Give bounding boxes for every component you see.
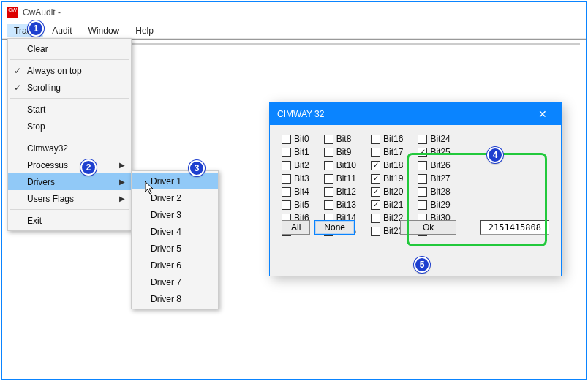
ok-button[interactable]: Ok — [400, 220, 456, 235]
checkbox[interactable] — [418, 148, 427, 157]
menu-item-label: Driver 1 — [151, 176, 181, 186]
trace-menu-popup: Clear ✓Always on top ✓Scrolling Start St… — [7, 38, 132, 231]
checkbox[interactable] — [418, 174, 427, 184]
checkbox[interactable] — [282, 135, 291, 144]
menu-item-drivers[interactable]: Drivers ▶ Driver 1Driver 2Driver 3Driver… — [8, 173, 131, 190]
menu-item-scrolling[interactable]: ✓Scrolling — [8, 79, 131, 96]
bit-label: Bit10 — [336, 160, 356, 170]
bit-label: Bit25 — [430, 147, 450, 157]
checkbox[interactable] — [324, 148, 333, 157]
drivers-submenu-item[interactable]: Driver 8 — [132, 290, 218, 307]
bit-label: Bit21 — [383, 200, 403, 210]
bit-label: Bit27 — [430, 173, 450, 184]
drivers-submenu-item[interactable]: Driver 4 — [132, 223, 218, 240]
bit-checkbox-row[interactable]: Bit10 — [324, 160, 356, 170]
menu-item-label: Clear — [27, 44, 48, 54]
menu-item-cimway32[interactable]: Cimway32 — [8, 140, 131, 156]
checkbox[interactable] — [324, 187, 333, 197]
bit-label: Bit17 — [383, 147, 403, 157]
drivers-submenu-item[interactable]: Driver 3 — [132, 206, 218, 223]
drivers-submenu-item[interactable]: Driver 2 — [132, 189, 218, 206]
menu-item-stop[interactable]: Stop — [8, 118, 131, 135]
checkbox[interactable] — [371, 187, 380, 197]
bit-checkbox-row[interactable]: Bit11 — [324, 173, 356, 184]
checkbox[interactable] — [282, 187, 291, 197]
menu-item-clear[interactable]: Clear — [8, 40, 131, 57]
bit-checkbox-row[interactable]: Bit1 — [282, 147, 309, 157]
none-button[interactable]: None — [314, 220, 355, 235]
checkbox[interactable] — [282, 200, 291, 210]
checkbox[interactable] — [282, 161, 291, 170]
bit-checkbox-row[interactable]: Bit29 — [418, 200, 450, 210]
drivers-submenu-popup: Driver 1Driver 2Driver 3Driver 4Driver 5… — [131, 170, 219, 309]
dialog-titlebar[interactable]: CIMWAY 32 ✕ — [270, 103, 561, 125]
checkbox[interactable] — [418, 135, 427, 144]
bit-checkbox-row[interactable]: Bit3 — [282, 173, 309, 184]
checkbox[interactable] — [324, 200, 333, 210]
all-button[interactable]: All — [282, 220, 310, 235]
checkbox[interactable] — [324, 135, 333, 144]
step-badge-4: 4 — [487, 147, 503, 163]
menu-item-label: Scrolling — [27, 83, 61, 93]
bit-checkbox-row[interactable]: Bit2 — [282, 160, 309, 170]
bit-checkbox-row[interactable]: Bit9 — [324, 147, 356, 157]
bit-checkbox-row[interactable]: Bit5 — [282, 200, 309, 210]
menu-item-label: Driver 3 — [151, 210, 181, 220]
bit-checkbox-row[interactable]: Bit27 — [418, 173, 450, 184]
close-icon[interactable]: ✕ — [532, 108, 554, 120]
step-badge-1: 1 — [28, 20, 44, 37]
menu-item-processus[interactable]: Processus▶ — [8, 156, 131, 173]
bit-checkbox-row[interactable]: Bit28 — [418, 186, 450, 197]
checkbox[interactable] — [282, 148, 291, 157]
menu-item-label: Drivers — [27, 177, 55, 187]
checkbox[interactable] — [324, 174, 333, 184]
bit-checkbox-row[interactable]: Bit13 — [324, 200, 356, 210]
checkbox[interactable] — [418, 187, 427, 197]
menu-separator — [10, 98, 129, 99]
bit-checkbox-row[interactable]: Bit17 — [371, 147, 403, 157]
menu-item-label: Always on top — [27, 66, 82, 76]
drivers-submenu-item[interactable]: Driver 6 — [132, 257, 218, 274]
checkbox[interactable] — [371, 200, 380, 210]
bit-label: Bit3 — [294, 173, 309, 184]
drivers-submenu-item[interactable]: Driver 7 — [132, 274, 218, 290]
menu-separator — [10, 137, 129, 137]
menu-window[interactable]: Window — [81, 24, 127, 37]
bit-checkbox-row[interactable]: Bit24 — [418, 134, 450, 144]
drivers-submenu-item[interactable]: Driver 5 — [132, 240, 218, 257]
bit-label: Bit4 — [294, 186, 309, 197]
menu-audit[interactable]: Audit — [45, 24, 79, 37]
bit-checkbox-row[interactable]: Bit16 — [371, 134, 403, 144]
checkbox[interactable] — [371, 135, 380, 144]
bit-checkbox-row[interactable]: Bit21 — [371, 200, 403, 210]
step-badge-5: 5 — [414, 257, 430, 273]
menu-item-label: Driver 6 — [151, 260, 181, 271]
bit-checkbox-row[interactable]: Bit18 — [371, 160, 403, 170]
bit-checkbox-row[interactable]: Bit0 — [282, 134, 309, 144]
checkbox[interactable] — [371, 174, 380, 184]
bit-checkbox-row[interactable]: Bit20 — [371, 186, 403, 197]
menu-help[interactable]: Help — [128, 24, 161, 37]
menu-item-start[interactable]: Start — [8, 101, 131, 118]
checkbox[interactable] — [324, 161, 333, 170]
checkbox[interactable] — [282, 174, 291, 184]
bit-label: Bit29 — [430, 200, 450, 210]
menubar: Trace Audit Window Help — [2, 23, 586, 39]
bit-checkbox-row[interactable]: Bit25 — [418, 147, 450, 157]
bit-checkbox-row[interactable]: Bit4 — [282, 186, 309, 197]
checkbox[interactable] — [418, 200, 427, 210]
bit-checkbox-row[interactable]: Bit8 — [324, 134, 356, 144]
bit-checkbox-row[interactable]: Bit12 — [324, 186, 356, 197]
checkbox[interactable] — [371, 161, 380, 170]
dialog-title: CIMWAY 32 — [277, 109, 324, 119]
menu-item-always-on-top[interactable]: ✓Always on top — [8, 62, 131, 79]
bit-label: Bit16 — [383, 134, 403, 144]
bit-checkbox-row[interactable]: Bit26 — [418, 160, 450, 170]
bit-label: Bit11 — [336, 173, 356, 184]
checkbox[interactable] — [418, 161, 427, 170]
checkbox[interactable] — [371, 148, 380, 157]
drivers-submenu-item[interactable]: Driver 1 — [132, 173, 218, 189]
menu-item-exit[interactable]: Exit — [8, 212, 131, 229]
bit-checkbox-row[interactable]: Bit19 — [371, 173, 403, 184]
menu-item-users-flags[interactable]: Users Flags▶ — [8, 190, 131, 207]
